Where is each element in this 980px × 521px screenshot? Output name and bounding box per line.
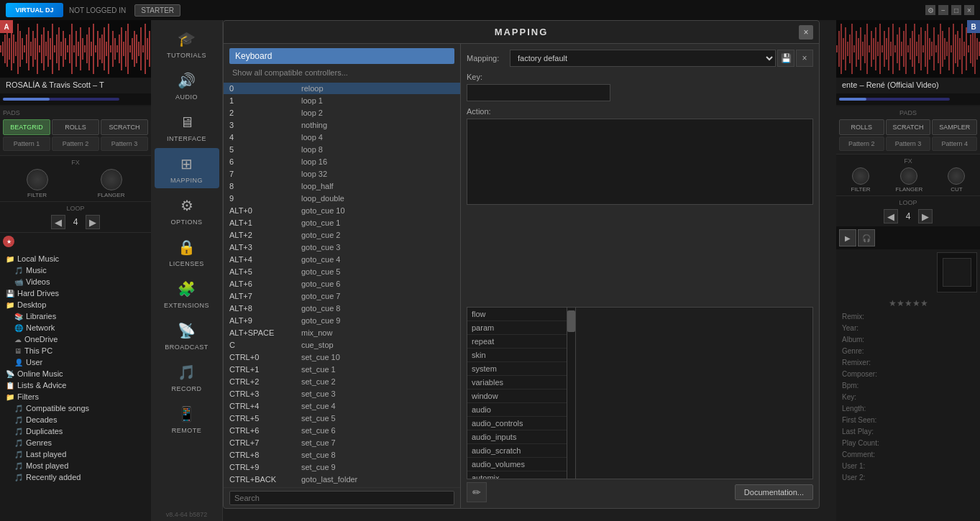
star-rating[interactable]: ★★★★★ — [889, 298, 928, 308]
key-row[interactable]: CTRL+0set_cue 10 — [224, 351, 460, 364]
rolls-button[interactable]: ROLLS — [52, 119, 99, 135]
key-row[interactable]: 6loop 16 — [224, 156, 460, 168]
pattern2-button[interactable]: Pattern 2 — [52, 137, 99, 151]
file-libraries[interactable]: 📚Libraries — [3, 310, 148, 322]
key-row[interactable]: ALT+3goto_cue 3 — [224, 241, 460, 254]
right-pattern3-button[interactable]: Pattern 3 — [886, 137, 931, 151]
pattern3-button[interactable]: Pattern 3 — [101, 137, 148, 151]
keyboard-option[interactable]: Keyboard — [229, 48, 454, 64]
sidebar-item-record[interactable]: 🎵 RECORD — [155, 356, 219, 397]
reset-mapping-button[interactable]: × — [796, 50, 813, 67]
close-app-button[interactable]: × — [964, 5, 974, 15]
action-list-item[interactable]: audio_volumes — [467, 458, 567, 471]
sidebar-item-interface[interactable]: 🖥 INTERFACE — [155, 106, 219, 147]
pattern1-button[interactable]: Pattern 1 — [3, 137, 50, 151]
action-list-item[interactable]: audio_inputs — [467, 430, 567, 444]
sidebar-item-broadcast[interactable]: 📡 BROADCAST — [155, 315, 219, 355]
scratch-button[interactable]: SCRATCH — [101, 119, 148, 135]
key-row[interactable]: CTRL+2set_cue 2 — [224, 376, 460, 388]
action-list[interactable]: flowparamrepeatskinsystemvariableswindow… — [467, 307, 567, 479]
key-row[interactable]: 4loop 4 — [224, 132, 460, 144]
file-this-pc[interactable]: 🖥This PC — [3, 345, 148, 356]
action-textarea[interactable] — [467, 119, 813, 205]
edit-button[interactable]: ✏ — [467, 482, 487, 502]
action-list-item[interactable]: variables — [467, 376, 567, 389]
loop-prev-button[interactable]: ◀ — [51, 215, 65, 229]
documentation-button[interactable]: Documentation... — [735, 484, 813, 500]
file-duplicates[interactable]: 🎵Duplicates — [3, 425, 148, 437]
key-field-input[interactable] — [467, 84, 610, 101]
action-list-item[interactable]: audio_controls — [467, 417, 567, 430]
file-music[interactable]: 🎵Music — [3, 264, 148, 276]
right-sampler-button[interactable]: SAMPLER — [932, 119, 977, 135]
action-list-item[interactable]: flow — [467, 308, 567, 321]
key-row[interactable]: 8loop_half — [224, 180, 460, 193]
key-row[interactable]: CTRL+7set_cue 7 — [224, 437, 460, 449]
key-row[interactable]: ALT+1goto_cue 1 — [224, 217, 460, 229]
key-row[interactable]: ALT+4goto_cue 4 — [224, 254, 460, 266]
file-compatible[interactable]: 🎵Compatible songs — [3, 402, 148, 414]
key-row[interactable]: CTRL+BACKgoto_last_folder — [224, 474, 460, 486]
key-row[interactable]: 7loop 32 — [224, 168, 460, 180]
key-list[interactable]: 0reloop1loop 12loop 23nothing4loop 45loo… — [224, 83, 460, 487]
key-row[interactable]: ALT+9goto_cue 9 — [224, 315, 460, 327]
key-row[interactable]: ALT+6goto_cue 6 — [224, 278, 460, 290]
mapping-select[interactable]: factory default — [510, 50, 776, 67]
action-list-item[interactable]: skin — [467, 349, 567, 362]
key-row[interactable]: Ccue_stop — [224, 339, 460, 351]
key-row[interactable]: 3nothing — [224, 119, 460, 132]
sidebar-item-options[interactable]: ⚙ OPTIONS — [155, 190, 219, 230]
action-list-item[interactable]: audio_scratch — [467, 444, 567, 458]
key-row[interactable]: ALT+8goto_cue 8 — [224, 303, 460, 315]
key-row[interactable]: CTRL+5set_cue 5 — [224, 412, 460, 425]
sidebar-item-licenses[interactable]: 🔒 LICENSES — [155, 231, 219, 272]
file-onedrive[interactable]: ☁OneDrive — [3, 333, 148, 345]
starter-button[interactable]: STARTER — [134, 4, 180, 17]
file-videos[interactable]: 📹Videos — [3, 276, 148, 287]
key-row[interactable]: ALT+SPACEmix_now — [224, 327, 460, 339]
key-row[interactable]: ALT+5goto_cue 5 — [224, 266, 460, 278]
search-input[interactable] — [229, 491, 454, 505]
key-row[interactable]: ALT+7goto_cue 7 — [224, 290, 460, 303]
file-filters[interactable]: 📁Filters — [3, 391, 148, 402]
sidebar-item-audio[interactable]: 🔊 AUDIO — [155, 65, 219, 105]
dialog-close-button[interactable]: × — [799, 25, 813, 40]
file-last-played[interactable]: 🎵Last played — [3, 448, 148, 460]
file-genres[interactable]: 🎵Genres — [3, 437, 148, 448]
sidebar-item-remote[interactable]: 📱 REMOTE — [155, 398, 219, 438]
key-row[interactable]: 9loop_double — [224, 193, 460, 205]
file-local-music[interactable]: 📁Local Music — [3, 253, 148, 264]
right-pattern2-button[interactable]: Pattern 2 — [839, 137, 884, 151]
key-row[interactable]: CTRL+3set_cue 3 — [224, 388, 460, 400]
loop-next-button[interactable]: ▶ — [86, 215, 100, 229]
action-list-item[interactable]: automix — [467, 471, 567, 479]
key-row[interactable]: CTRL+4set_cue 4 — [224, 400, 460, 412]
key-row[interactable]: 0reloop — [224, 83, 460, 95]
file-user[interactable]: 👤User — [3, 356, 148, 368]
action-list-item[interactable]: window — [467, 389, 567, 403]
right-pattern4-button[interactable]: Pattern 4 — [932, 137, 977, 151]
key-row[interactable]: CTRL+9set_cue 9 — [224, 461, 460, 474]
headphone-button-right[interactable]: 🎧 — [858, 229, 875, 246]
key-row[interactable]: 2loop 2 — [224, 107, 460, 119]
key-row[interactable]: ALT+2goto_cue 2 — [224, 229, 460, 241]
maximize-button[interactable]: □ — [951, 5, 961, 15]
file-network[interactable]: 🌐Network — [3, 322, 148, 333]
right-loop-next-button[interactable]: ▶ — [918, 209, 933, 223]
sidebar-item-tutorials[interactable]: 🎓 TUTORIALS — [155, 23, 219, 63]
file-lists-advice[interactable]: 📋Lists & Advice — [3, 379, 148, 391]
minimize-button[interactable]: − — [938, 5, 948, 15]
file-decades[interactable]: 🎵Decades — [3, 414, 148, 425]
action-list-item[interactable]: param — [467, 321, 567, 335]
key-row[interactable]: 1loop 1 — [224, 95, 460, 107]
key-row[interactable]: 5loop 8 — [224, 144, 460, 156]
file-recently-added[interactable]: 🎵Recently added — [3, 471, 148, 483]
action-list-item[interactable]: system — [467, 362, 567, 376]
key-row[interactable]: CTRL+8set_cue 8 — [224, 449, 460, 461]
save-mapping-button[interactable]: 💾 — [777, 50, 794, 67]
key-row[interactable]: CTRL+1set_cue 1 — [224, 364, 460, 376]
key-row[interactable]: ALT+0goto_cue 10 — [224, 205, 460, 217]
play-button-right[interactable]: ▶ — [839, 229, 856, 246]
file-hard-drives[interactable]: 💾Hard Drives — [3, 287, 148, 299]
sidebar-item-extensions[interactable]: 🧩 EXTENSIONS — [155, 273, 219, 313]
